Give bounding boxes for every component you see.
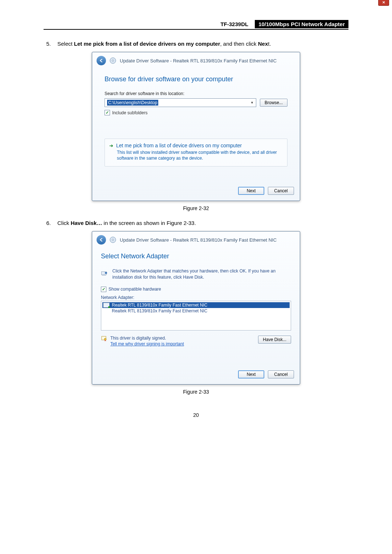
page-header: TF-3239DL 10/100Mbps PCI Network Adapter [44, 20, 348, 30]
svg-rect-5 [102, 275, 106, 276]
step-number: 5. [44, 40, 51, 48]
back-button[interactable] [97, 56, 106, 65]
signed-text: This driver is digitally signed. [110, 336, 184, 341]
path-value: C:\Users\english\Desktop [107, 100, 158, 106]
cancel-button[interactable]: Cancel [268, 370, 294, 378]
titlebar: Update Driver Software - Realtek RTL 813… [92, 231, 300, 246]
show-compatible-checkbox[interactable]: ✓ Show compatible hardware [101, 287, 291, 292]
titlebar: Update Driver Software - Realtek RTL 813… [92, 52, 300, 67]
back-button[interactable] [97, 235, 106, 245]
model-label: TF-3239DL [220, 21, 248, 27]
next-button[interactable]: Next [238, 370, 264, 378]
product-desc: 10/100Mbps PCI Network Adapter [255, 20, 348, 28]
dialog-title: Update Driver Software - Realtek RTL 813… [120, 58, 277, 63]
pick-from-list-link[interactable]: ➔ Let me pick from a list of device driv… [105, 139, 287, 167]
cancel-button[interactable]: Cancel [268, 187, 294, 195]
figure-caption-1: Figure 2-32 [44, 205, 348, 211]
next-button[interactable]: Next [238, 187, 264, 195]
path-combobox[interactable]: C:\Users\english\Desktop ▼ [105, 98, 256, 107]
signing-info-link[interactable]: Tell me why driver signing is important [110, 341, 184, 346]
certificate-icon [101, 336, 107, 342]
have-disk-button[interactable]: Have Disk... [258, 336, 291, 344]
include-subfolders-checkbox[interactable]: ✓ Include subfolders [105, 110, 287, 115]
figure-caption-2: Figure 2-33 [44, 389, 348, 395]
dialog-heading: Select Network Adapter [101, 253, 291, 260]
dialog-title: Update Driver Software - Realtek RTL 813… [120, 237, 277, 243]
browse-dialog: ✕ Update Driver Software - Realtek RTL 8… [92, 52, 300, 201]
nic-icon [103, 303, 110, 308]
step-5: 5. Select Let me pick from a list of dev… [44, 40, 348, 48]
dropdown-icon: ▼ [250, 101, 254, 104]
search-label: Search for driver software in this locat… [105, 91, 287, 96]
link-title: Let me pick from a list of device driver… [116, 143, 242, 148]
step-number: 6. [44, 219, 51, 227]
list-item[interactable]: Realtek RTL 8139/810x Family Fast Ethern… [102, 302, 290, 308]
checkbox-icon: ✓ [101, 287, 106, 292]
select-adapter-dialog: ✕ Update Driver Software - Realtek RTL 8… [92, 231, 300, 384]
svg-point-1 [112, 60, 114, 61]
step-text: Select Let me pick from a list of device… [57, 40, 271, 48]
page-number: 20 [44, 412, 348, 418]
svg-point-3 [112, 239, 114, 241]
checkbox-icon: ✓ [105, 110, 110, 115]
close-button[interactable]: ✕ [378, 0, 389, 6]
adapter-desc: Click the Network Adapter that matches y… [113, 268, 291, 280]
svg-rect-6 [105, 272, 107, 274]
browse-button[interactable]: Browse... [260, 99, 287, 107]
arrow-icon: ➔ [109, 143, 113, 148]
cd-icon [110, 237, 116, 243]
list-label: Network Adapter: [101, 295, 291, 300]
link-subtext: This list will show installed driver sof… [117, 149, 283, 161]
list-item[interactable]: Realtek RTL 8139/810x Family Fast Ethern… [102, 308, 290, 314]
dialog-heading: Browse for driver software on your compu… [105, 75, 287, 83]
step-6: 6. Click Have Disk… in the screen as sho… [44, 219, 348, 227]
adapter-icon [101, 268, 108, 278]
step-text: Click Have Disk… in the screen as shown … [57, 219, 196, 227]
adapter-listbox[interactable]: Realtek RTL 8139/810x Family Fast Ethern… [101, 301, 291, 331]
cd-icon [110, 57, 116, 64]
